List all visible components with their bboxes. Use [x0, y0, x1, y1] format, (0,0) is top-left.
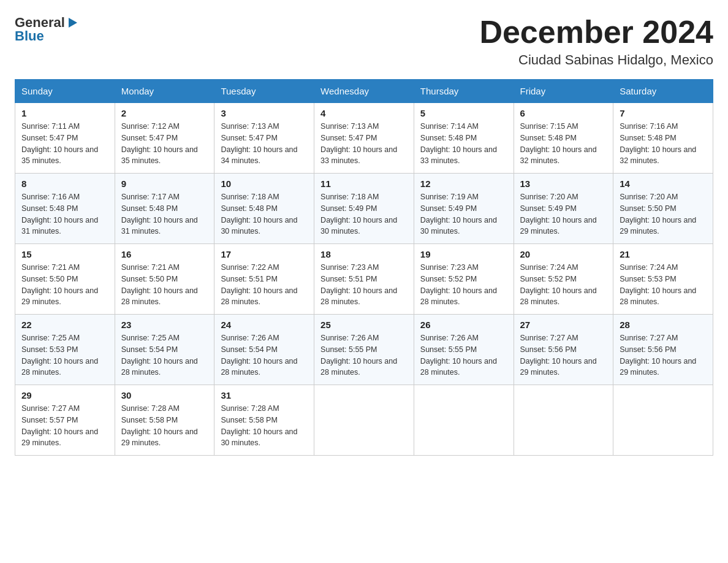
calendar-cell: 26Sunrise: 7:26 AMSunset: 5:55 PMDayligh…	[414, 315, 514, 385]
day-info: Sunrise: 7:21 AMSunset: 5:50 PMDaylight:…	[121, 262, 208, 308]
day-number: 31	[221, 390, 308, 400]
calendar-cell	[514, 385, 613, 456]
col-header-monday: Monday	[115, 80, 214, 103]
day-info: Sunrise: 7:17 AMSunset: 5:48 PMDaylight:…	[121, 191, 208, 237]
day-number: 12	[420, 178, 507, 189]
col-header-thursday: Thursday	[414, 80, 514, 103]
calendar-cell: 25Sunrise: 7:26 AMSunset: 5:55 PMDayligh…	[314, 315, 414, 385]
calendar-cell: 30Sunrise: 7:28 AMSunset: 5:58 PMDayligh…	[115, 385, 214, 456]
day-info: Sunrise: 7:11 AMSunset: 5:47 PMDaylight:…	[21, 121, 108, 167]
col-header-sunday: Sunday	[15, 80, 115, 103]
day-number: 3	[221, 108, 308, 118]
calendar-cell: 29Sunrise: 7:27 AMSunset: 5:57 PMDayligh…	[15, 385, 115, 456]
calendar-cell: 14Sunrise: 7:20 AMSunset: 5:50 PMDayligh…	[613, 174, 713, 244]
day-info: Sunrise: 7:12 AMSunset: 5:47 PMDaylight:…	[121, 121, 208, 167]
day-number: 27	[520, 320, 607, 330]
day-info: Sunrise: 7:14 AMSunset: 5:48 PMDaylight:…	[420, 121, 507, 167]
calendar-cell: 16Sunrise: 7:21 AMSunset: 5:50 PMDayligh…	[115, 244, 214, 315]
calendar-cell: 31Sunrise: 7:28 AMSunset: 5:58 PMDayligh…	[214, 385, 314, 456]
day-number: 23	[121, 320, 208, 330]
day-number: 1	[21, 108, 108, 118]
day-info: Sunrise: 7:18 AMSunset: 5:49 PMDaylight:…	[320, 191, 408, 237]
calendar-cell: 9Sunrise: 7:17 AMSunset: 5:48 PMDaylight…	[115, 174, 214, 244]
day-number: 28	[620, 320, 707, 330]
day-info: Sunrise: 7:24 AMSunset: 5:52 PMDaylight:…	[520, 262, 607, 308]
col-header-friday: Friday	[514, 80, 613, 103]
calendar-table: SundayMondayTuesdayWednesdayThursdayFrid…	[15, 79, 713, 456]
logo-blue: Blue	[15, 28, 44, 44]
day-info: Sunrise: 7:25 AMSunset: 5:53 PMDaylight:…	[21, 332, 108, 378]
day-info: Sunrise: 7:15 AMSunset: 5:48 PMDaylight:…	[520, 121, 607, 167]
calendar-cell: 5Sunrise: 7:14 AMSunset: 5:48 PMDaylight…	[414, 103, 514, 174]
day-info: Sunrise: 7:26 AMSunset: 5:55 PMDaylight:…	[420, 332, 507, 378]
month-title: December 2024	[479, 15, 713, 50]
day-number: 24	[221, 320, 308, 330]
day-info: Sunrise: 7:24 AMSunset: 5:53 PMDaylight:…	[620, 262, 707, 308]
calendar-cell	[314, 385, 414, 456]
day-number: 10	[221, 178, 308, 189]
day-info: Sunrise: 7:27 AMSunset: 5:57 PMDaylight:…	[21, 403, 108, 449]
calendar-cell: 10Sunrise: 7:18 AMSunset: 5:48 PMDayligh…	[214, 174, 314, 244]
day-info: Sunrise: 7:21 AMSunset: 5:50 PMDaylight:…	[21, 262, 108, 308]
day-number: 7	[620, 108, 707, 118]
calendar-week-row: 8Sunrise: 7:16 AMSunset: 5:48 PMDaylight…	[15, 174, 713, 244]
day-number: 8	[21, 178, 108, 189]
day-number: 13	[520, 178, 607, 189]
day-info: Sunrise: 7:16 AMSunset: 5:48 PMDaylight:…	[21, 191, 108, 237]
calendar-cell: 6Sunrise: 7:15 AMSunset: 5:48 PMDaylight…	[514, 103, 613, 174]
calendar-cell: 23Sunrise: 7:25 AMSunset: 5:54 PMDayligh…	[115, 315, 214, 385]
day-info: Sunrise: 7:20 AMSunset: 5:49 PMDaylight:…	[520, 191, 607, 237]
calendar-week-row: 15Sunrise: 7:21 AMSunset: 5:50 PMDayligh…	[15, 244, 713, 315]
col-header-tuesday: Tuesday	[214, 80, 314, 103]
day-number: 17	[221, 249, 308, 259]
calendar-cell: 24Sunrise: 7:26 AMSunset: 5:54 PMDayligh…	[214, 315, 314, 385]
calendar-cell	[613, 385, 713, 456]
day-info: Sunrise: 7:28 AMSunset: 5:58 PMDaylight:…	[121, 403, 208, 449]
calendar-cell: 19Sunrise: 7:23 AMSunset: 5:52 PMDayligh…	[414, 244, 514, 315]
day-number: 18	[320, 249, 408, 259]
calendar-cell: 21Sunrise: 7:24 AMSunset: 5:53 PMDayligh…	[613, 244, 713, 315]
day-info: Sunrise: 7:16 AMSunset: 5:48 PMDaylight:…	[620, 121, 707, 167]
day-number: 11	[320, 178, 408, 189]
calendar-cell: 18Sunrise: 7:23 AMSunset: 5:51 PMDayligh…	[314, 244, 414, 315]
day-number: 4	[320, 108, 408, 118]
day-number: 29	[21, 390, 108, 400]
day-number: 2	[121, 108, 208, 118]
day-info: Sunrise: 7:27 AMSunset: 5:56 PMDaylight:…	[520, 332, 607, 378]
calendar-cell: 1Sunrise: 7:11 AMSunset: 5:47 PMDaylight…	[15, 103, 115, 174]
day-info: Sunrise: 7:19 AMSunset: 5:49 PMDaylight:…	[420, 191, 507, 237]
calendar-cell: 13Sunrise: 7:20 AMSunset: 5:49 PMDayligh…	[514, 174, 613, 244]
calendar-cell: 12Sunrise: 7:19 AMSunset: 5:49 PMDayligh…	[414, 174, 514, 244]
day-number: 15	[21, 249, 108, 259]
location-title: Ciudad Sabinas Hidalgo, Mexico	[479, 52, 713, 68]
day-number: 21	[620, 249, 707, 259]
calendar-cell	[414, 385, 514, 456]
day-number: 25	[320, 320, 408, 330]
calendar-cell: 2Sunrise: 7:12 AMSunset: 5:47 PMDaylight…	[115, 103, 214, 174]
day-info: Sunrise: 7:20 AMSunset: 5:50 PMDaylight:…	[620, 191, 707, 237]
col-header-wednesday: Wednesday	[314, 80, 414, 103]
day-info: Sunrise: 7:13 AMSunset: 5:47 PMDaylight:…	[320, 121, 408, 167]
day-number: 5	[420, 108, 507, 118]
day-info: Sunrise: 7:23 AMSunset: 5:51 PMDaylight:…	[320, 262, 408, 308]
day-number: 20	[520, 249, 607, 259]
calendar-cell: 8Sunrise: 7:16 AMSunset: 5:48 PMDaylight…	[15, 174, 115, 244]
day-info: Sunrise: 7:26 AMSunset: 5:54 PMDaylight:…	[221, 332, 308, 378]
day-info: Sunrise: 7:23 AMSunset: 5:52 PMDaylight:…	[420, 262, 507, 308]
day-info: Sunrise: 7:26 AMSunset: 5:55 PMDaylight:…	[320, 332, 408, 378]
calendar-cell: 27Sunrise: 7:27 AMSunset: 5:56 PMDayligh…	[514, 315, 613, 385]
day-number: 16	[121, 249, 208, 259]
day-number: 14	[620, 178, 707, 189]
calendar-cell: 17Sunrise: 7:22 AMSunset: 5:51 PMDayligh…	[214, 244, 314, 315]
calendar-cell: 28Sunrise: 7:27 AMSunset: 5:56 PMDayligh…	[613, 315, 713, 385]
calendar-cell: 15Sunrise: 7:21 AMSunset: 5:50 PMDayligh…	[15, 244, 115, 315]
day-number: 6	[520, 108, 607, 118]
svg-marker-0	[69, 18, 77, 28]
day-info: Sunrise: 7:27 AMSunset: 5:56 PMDaylight:…	[620, 332, 707, 378]
day-info: Sunrise: 7:18 AMSunset: 5:48 PMDaylight:…	[221, 191, 308, 237]
day-number: 9	[121, 178, 208, 189]
day-info: Sunrise: 7:25 AMSunset: 5:54 PMDaylight:…	[121, 332, 208, 378]
calendar-cell: 7Sunrise: 7:16 AMSunset: 5:48 PMDaylight…	[613, 103, 713, 174]
calendar-cell: 11Sunrise: 7:18 AMSunset: 5:49 PMDayligh…	[314, 174, 414, 244]
day-number: 22	[21, 320, 108, 330]
